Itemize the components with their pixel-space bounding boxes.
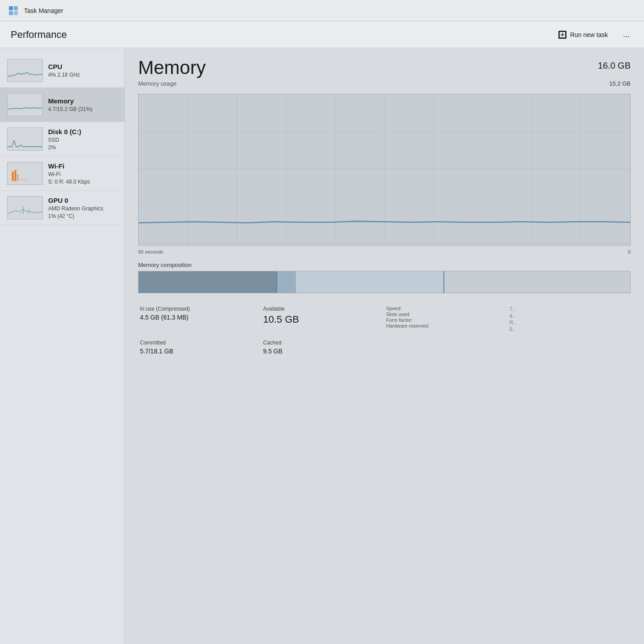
memory-mini-chart: [7, 93, 43, 116]
stat-empty-2: [508, 336, 631, 359]
taskbar: Task Manager: [0, 0, 644, 21]
panel-header: Memory 16.0 GB: [138, 57, 631, 78]
cpu-info: CPU 4% 2.18 GHz: [48, 59, 80, 82]
svg-rect-8: [12, 172, 14, 181]
app-title: Task Manager: [24, 7, 63, 14]
memory-sub: 4.7/15.2 GB (31%): [48, 106, 92, 112]
svg-rect-1: [14, 6, 18, 10]
speed-label: Speed:: [386, 306, 506, 311]
stat-specs-labels: Speed: Slots used: Form factor: Hardware…: [385, 302, 508, 336]
available-label: Available: [263, 306, 382, 312]
wifi-name: Wi-Fi: [48, 162, 90, 170]
svg-rect-3: [14, 11, 18, 15]
hardware-reserved-label: Hardware reserved:: [386, 323, 506, 328]
run-new-task-label: Run new task: [570, 31, 608, 38]
stats-grid-bottom: Committed 5.7/18.1 GB Cached 9.5 GB: [138, 336, 631, 359]
svg-rect-14: [29, 209, 29, 214]
in-use-value: 4.5 GB (61.3 MB): [140, 314, 259, 321]
wifi-sub1: Wi-Fi: [48, 171, 90, 177]
panel-title: Memory: [138, 57, 206, 78]
wifi-info: Wi-Fi Wi-Fi S: 0 R: 48.0 Kbps: [48, 162, 90, 185]
slots-value: 4..: [509, 312, 629, 319]
composition-compressed-bar: [276, 271, 296, 293]
cpu-mini-chart: [7, 59, 43, 82]
gpu-name: GPU 0: [48, 197, 103, 204]
wifi-sub2: S: 0 R: 48.0 Kbps: [48, 179, 90, 185]
stat-empty-1: [385, 336, 508, 359]
slots-label: Slots used:: [386, 312, 506, 317]
svg-rect-0: [9, 6, 13, 10]
panel-total: 16.0 GB: [598, 61, 631, 71]
time-label-right: 0: [628, 249, 631, 254]
cached-label: Cached: [263, 340, 382, 346]
cpu-sub: 4% 2.18 GHz: [48, 72, 80, 78]
speed-value: 7..: [509, 306, 629, 312]
svg-rect-10: [17, 174, 18, 181]
available-value: 10.5 GB: [263, 314, 382, 325]
memory-name: Memory: [48, 97, 92, 105]
memory-info: Memory 4.7/15.2 GB (31%): [48, 93, 92, 116]
main-panel: Memory 16.0 GB Memory usage 15.2 GB: [125, 48, 644, 644]
wifi-mini-chart: [7, 162, 43, 185]
gpu-sub2: 1% (42 °C): [48, 213, 103, 219]
disk-name: Disk 0 (C:): [48, 128, 81, 135]
stat-cached: Cached 9.5 GB: [261, 336, 384, 359]
svg-rect-2: [9, 11, 13, 15]
cpu-name: CPU: [48, 63, 80, 70]
hardware-reserved-value: 8..: [509, 326, 629, 332]
subtitle-right: 15.2 GB: [609, 80, 631, 87]
composition-label: Memory composition: [138, 262, 631, 268]
cached-value: 9.5 GB: [263, 348, 382, 355]
composition-divider-2: [443, 271, 444, 293]
disk-sub2: 2%: [48, 144, 81, 151]
panel-subtitle: Memory usage 15.2 GB: [138, 80, 631, 87]
stat-committed: Committed 5.7/18.1 GB: [138, 336, 261, 359]
committed-value: 5.7/18.1 GB: [140, 348, 259, 355]
chart-time-labels: 60 seconds 0: [138, 249, 631, 254]
disk-sub1: SSD: [48, 137, 81, 143]
sidebar-item-cpu[interactable]: CPU 4% 2.18 GHz: [0, 53, 124, 88]
sidebar: CPU 4% 2.18 GHz Memory 4.7/15.2 GB (31%): [0, 48, 125, 644]
stat-specs-values: 7.. 4.. R.. 8..: [508, 302, 631, 336]
gpu-info: GPU 0 AMD Radeon Graphics 1% (42 °C): [48, 196, 103, 219]
composition-divider-1: [276, 271, 277, 293]
stats-grid: In use (Compressed) 4.5 GB (61.3 MB) Ava…: [138, 302, 631, 336]
gpu-mini-chart: [7, 196, 43, 219]
svg-rect-9: [15, 170, 16, 181]
run-new-task-button[interactable]: Run new task: [554, 28, 612, 41]
svg-rect-13: [23, 207, 24, 213]
more-button[interactable]: ...: [619, 27, 633, 42]
stat-available: Available 10.5 GB: [261, 302, 384, 336]
main-header: Performance Run new task ...: [0, 21, 644, 48]
run-new-task-icon: [558, 31, 566, 39]
svg-rect-11: [21, 178, 22, 181]
memory-usage-chart: [138, 94, 631, 246]
sidebar-item-gpu[interactable]: GPU 0 AMD Radeon Graphics 1% (42 °C): [0, 191, 124, 225]
form-factor-label: Form factor:: [386, 317, 506, 323]
header-actions: Run new task ...: [554, 27, 633, 42]
committed-label: Committed: [140, 340, 259, 346]
stat-in-use: In use (Compressed) 4.5 GB (61.3 MB): [138, 302, 261, 336]
composition-bar: [138, 271, 631, 293]
page-title: Performance: [11, 29, 67, 41]
time-label-left: 60 seconds: [138, 249, 163, 254]
sidebar-item-memory[interactable]: Memory 4.7/15.2 GB (31%): [0, 88, 124, 122]
disk-mini-chart: [7, 127, 43, 151]
app-icon: [7, 4, 20, 17]
in-use-label: In use (Compressed): [140, 306, 259, 312]
sidebar-item-disk[interactable]: Disk 0 (C:) SSD 2%: [0, 122, 124, 156]
composition-in-use-bar: [139, 271, 276, 293]
disk-info: Disk 0 (C:) SSD 2%: [48, 127, 81, 151]
composition-standby-bar: [296, 271, 443, 293]
sidebar-item-wifi[interactable]: Wi-Fi Wi-Fi S: 0 R: 48.0 Kbps: [0, 156, 124, 191]
subtitle-left: Memory usage: [138, 80, 176, 87]
svg-rect-12: [25, 179, 26, 181]
content-area: CPU 4% 2.18 GHz Memory 4.7/15.2 GB (31%): [0, 48, 644, 644]
form-factor-value: R..: [509, 319, 629, 326]
gpu-sub1: AMD Radeon Graphics: [48, 205, 103, 212]
